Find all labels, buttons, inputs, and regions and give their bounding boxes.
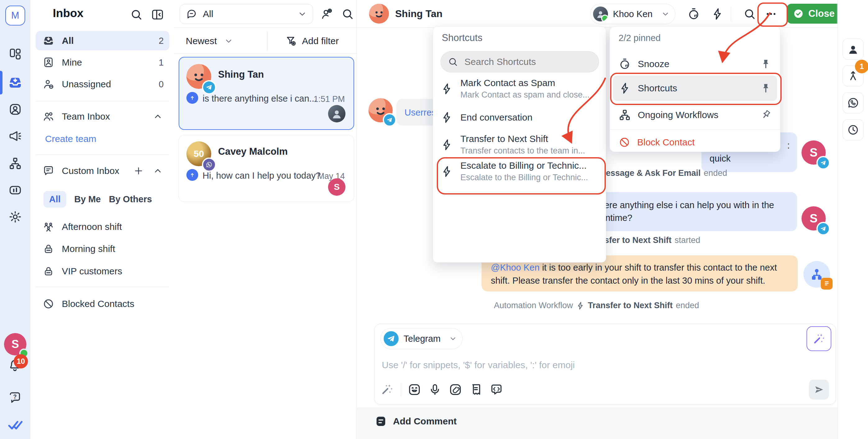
pin-outline-icon[interactable] bbox=[760, 109, 771, 121]
sidebar-item-mine[interactable]: Mine 1 bbox=[36, 53, 169, 72]
snooze-icon[interactable] bbox=[687, 7, 700, 21]
add-comment-button[interactable]: Add Comment bbox=[374, 414, 457, 429]
conversation-search-icon[interactable] bbox=[341, 7, 354, 21]
workflows-icon[interactable] bbox=[8, 157, 22, 170]
outgoing-indicator-icon bbox=[186, 92, 198, 104]
tab-all[interactable]: All bbox=[43, 191, 66, 208]
snooze-icon bbox=[619, 58, 631, 70]
sidebar-item-count: 1 bbox=[159, 58, 164, 68]
menu-item-block-contact[interactable]: Block Contact bbox=[619, 134, 771, 151]
message-text: is there anything else i can help you wi… bbox=[588, 200, 774, 223]
toolbar-divider bbox=[401, 383, 401, 397]
chevron-up-icon[interactable] bbox=[153, 166, 163, 176]
broadcast-icon[interactable] bbox=[8, 129, 22, 143]
shortcuts-search[interactable] bbox=[440, 51, 599, 72]
online-dot bbox=[601, 14, 608, 22]
voice-note-icon[interactable] bbox=[428, 383, 442, 397]
chevron-down-icon bbox=[297, 9, 307, 19]
menu-item-ongoing-workflows[interactable]: Ongoing Workflows bbox=[619, 105, 771, 125]
snippet-icon[interactable] bbox=[469, 383, 483, 397]
shortcut-item-end-conversation[interactable]: End conversation bbox=[440, 111, 598, 124]
menu-item-shortcuts[interactable]: Shortcuts bbox=[619, 78, 771, 98]
sidebar-item-unassigned[interactable]: Unassigned 0 bbox=[36, 74, 169, 94]
create-team-link[interactable]: Create team bbox=[45, 134, 96, 144]
blocked-contacts-item[interactable]: Blocked Contacts bbox=[36, 294, 169, 313]
lock-icon bbox=[42, 265, 54, 277]
outgoing-message-bubble[interactable]: is there anything else i can help you wi… bbox=[579, 192, 797, 231]
sidebar-search-icon[interactable] bbox=[130, 8, 143, 21]
contacts-icon[interactable] bbox=[8, 102, 22, 116]
tab-by-others[interactable]: By Others bbox=[109, 194, 152, 205]
shortcut-item-escalate[interactable]: Escalate to Billing or Technic... Escala… bbox=[440, 160, 598, 182]
whatsapp-panel-button[interactable] bbox=[842, 92, 864, 114]
pin-icon[interactable] bbox=[760, 58, 771, 70]
menu-item-label: Block Contact bbox=[637, 137, 695, 148]
team-inbox-header[interactable]: Team Inbox bbox=[36, 107, 169, 126]
custom-inbox-header[interactable]: Custom Inbox bbox=[36, 161, 169, 181]
conversation-name: Cavey Malcolm bbox=[218, 146, 288, 157]
custom-inbox-vip-customers[interactable]: VIP customers bbox=[36, 261, 169, 281]
more-actions-button[interactable] bbox=[762, 8, 780, 20]
attachment-icon[interactable] bbox=[448, 383, 462, 397]
channel-filter-dropdown[interactable]: All bbox=[180, 4, 313, 24]
close-conversation-button[interactable]: Close bbox=[786, 4, 837, 24]
mention-link[interactable]: @Khoo Ken bbox=[491, 262, 539, 273]
emoji-icon[interactable] bbox=[408, 383, 421, 397]
reports-icon[interactable] bbox=[8, 183, 22, 197]
ai-assist-button[interactable] bbox=[806, 326, 831, 351]
inbox-nav-icon[interactable] bbox=[8, 75, 23, 90]
pinned-counter: 2/2 pinned bbox=[619, 33, 660, 43]
add-contact-icon[interactable] bbox=[320, 7, 333, 21]
code-snippet-icon[interactable] bbox=[490, 383, 503, 397]
message-input[interactable]: Use '/' for snippets, '$' for variables,… bbox=[382, 360, 575, 370]
history-panel-button[interactable] bbox=[842, 119, 864, 140]
chat-contact-name: Shing Tan bbox=[395, 8, 442, 20]
shortcut-item-mark-spam[interactable]: Mark Contact as Spam Mark Contact as spa… bbox=[440, 78, 598, 100]
assignee-dropdown[interactable]: Khoo Ken bbox=[590, 4, 675, 24]
conversation-name: Shing Tan bbox=[218, 69, 264, 80]
contact-details-button[interactable] bbox=[842, 38, 864, 60]
bolt-icon bbox=[576, 301, 585, 310]
sidebar-item-count: 2 bbox=[159, 36, 164, 46]
divider bbox=[36, 154, 169, 155]
sidebar-item-count: 0 bbox=[159, 79, 164, 90]
ai-prompt-icon[interactable] bbox=[380, 383, 394, 396]
custom-inbox-afternoon-shift[interactable]: Afternoon shift bbox=[36, 217, 169, 237]
chat-search-icon[interactable] bbox=[743, 7, 756, 21]
workspace-logo[interactable]: M bbox=[5, 6, 25, 26]
blocked-contacts-label: Blocked Contacts bbox=[62, 299, 134, 309]
add-custom-inbox-icon[interactable] bbox=[133, 166, 144, 176]
sidebar-item-label: Unassigned bbox=[62, 79, 111, 90]
custom-inbox-label: Morning shift bbox=[62, 244, 115, 254]
custom-inbox-morning-shift[interactable]: Morning shift bbox=[36, 239, 169, 258]
help-icon[interactable] bbox=[8, 391, 22, 405]
chevron-down-icon bbox=[448, 334, 457, 343]
custom-inbox-tabs: All By Me By Others bbox=[43, 190, 152, 208]
dashboard-icon[interactable] bbox=[8, 47, 22, 61]
settings-icon[interactable] bbox=[8, 210, 22, 224]
assignee-name: Khoo Ken bbox=[613, 9, 652, 19]
merge-badge: 1 bbox=[855, 60, 868, 73]
shortcut-item-transfer-next-shift[interactable]: Transfer to Next Shift Transfer contacts… bbox=[440, 134, 598, 156]
shortcut-title: Escalate to Billing or Technic... bbox=[460, 160, 588, 171]
channel-filter-value: All bbox=[203, 9, 213, 19]
pin-icon[interactable] bbox=[760, 83, 771, 94]
sort-dropdown[interactable]: Newest bbox=[186, 32, 234, 50]
shortcuts-search-input[interactable] bbox=[464, 56, 589, 67]
sidebar-item-all[interactable]: All 2 bbox=[36, 31, 169, 50]
chevron-up-icon[interactable] bbox=[153, 111, 163, 122]
channel-selector[interactable]: Telegram bbox=[380, 328, 463, 349]
add-filter-button[interactable]: Add filter bbox=[285, 32, 339, 50]
add-filter-label: Add filter bbox=[302, 36, 339, 46]
shortcut-subtitle: Transfer contacts to the team in... bbox=[460, 146, 585, 156]
collapse-panel-icon[interactable] bbox=[151, 8, 164, 21]
send-button[interactable] bbox=[809, 380, 829, 400]
custom-inbox-label: Afternoon shift bbox=[62, 221, 122, 232]
message-link[interactable]: Userres bbox=[404, 106, 436, 119]
shortcut-subtitle: Mark Contact as spam and close... bbox=[460, 90, 590, 100]
close-label: Close bbox=[808, 8, 834, 19]
person-badge-icon bbox=[42, 57, 54, 68]
menu-item-snooze[interactable]: Snooze bbox=[619, 54, 771, 74]
tab-by-me[interactable]: By Me bbox=[74, 194, 101, 205]
shortcut-bolt-icon[interactable] bbox=[711, 7, 724, 21]
